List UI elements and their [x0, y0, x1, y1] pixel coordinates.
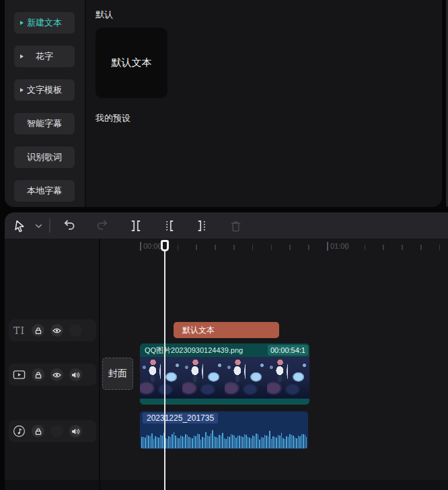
waveform-bar	[148, 436, 149, 448]
waveform-bar	[204, 438, 205, 448]
eye-icon[interactable]	[50, 324, 63, 337]
waveform-bar	[239, 436, 240, 448]
ruler-minor-tick	[178, 245, 179, 250]
default-text-preset-card[interactable]: 默认文本	[96, 28, 167, 98]
waveform-bar	[180, 436, 182, 448]
toolbar-divider	[49, 218, 50, 233]
waveform-bar	[241, 436, 242, 448]
waveform-bar	[222, 433, 223, 448]
empty-control-slot	[69, 324, 82, 337]
text-track-header: TI	[9, 319, 96, 341]
waveform-bar	[252, 436, 254, 448]
ruler-minor-tick	[215, 245, 216, 250]
caret-right-icon	[20, 88, 24, 92]
ruler-minor-tick	[159, 245, 160, 250]
waveform-bar	[209, 436, 210, 448]
waveform-bar	[170, 437, 172, 448]
lock-icon[interactable]	[32, 425, 44, 438]
waveform-bar	[303, 434, 304, 448]
waveform-bar	[261, 437, 262, 448]
music-track-icon	[13, 425, 26, 438]
waveform-bar	[235, 438, 237, 448]
sidebar-item-2[interactable]: 花字	[14, 46, 75, 67]
eye-icon[interactable]	[50, 368, 63, 381]
sidebar-item-3[interactable]: 文字模板	[14, 79, 75, 101]
waveform-bar	[188, 437, 190, 448]
waveform-bar	[225, 439, 227, 448]
split-icon	[128, 218, 143, 233]
waveform-bar	[207, 436, 209, 448]
sidebar-item-label: 识别歌词	[27, 151, 62, 163]
delete-left-button[interactable]	[161, 218, 177, 234]
sidebar-item-4[interactable]: 智能字幕	[14, 113, 75, 134]
waveform-bar	[155, 436, 156, 448]
delete-right-button[interactable]	[194, 218, 211, 234]
waveform-bar	[295, 438, 296, 448]
ruler-minor-tick	[365, 245, 366, 250]
waveform-bar	[143, 437, 145, 448]
playhead-marker[interactable]	[161, 240, 169, 251]
redo-button[interactable]	[94, 218, 110, 234]
waveform-bar	[249, 438, 250, 448]
waveform-bar	[268, 436, 269, 448]
waveform-bar	[259, 440, 260, 448]
delete-button[interactable]	[227, 218, 244, 234]
trash-icon	[229, 219, 243, 233]
audio-waveform	[141, 430, 307, 448]
track-header-divider	[99, 239, 100, 490]
video-thumbnail	[140, 357, 182, 399]
timeline-ruler[interactable]: 00:0001:00	[5, 239, 448, 256]
video-thumbnail	[225, 357, 267, 399]
waveform-bar	[158, 438, 159, 448]
waveform-bar	[141, 437, 143, 448]
waveform-bar	[285, 439, 286, 448]
default-text-preset-label: 默认文本	[112, 56, 152, 69]
waveform-bar	[195, 436, 196, 448]
speaker-icon[interactable]	[69, 425, 82, 438]
waveform-bar	[221, 436, 222, 448]
waveform-bar	[274, 437, 276, 448]
video-clip[interactable]: QQ图片20230930124439.png 00:00:54:1	[140, 343, 309, 405]
waveform-bar	[172, 434, 173, 448]
waveform-bar	[178, 438, 180, 448]
waveform-bar	[279, 436, 281, 448]
lock-icon[interactable]	[32, 324, 44, 337]
delete-right-icon	[195, 218, 210, 233]
redo-icon	[95, 218, 110, 233]
waveform-bar	[202, 437, 203, 448]
text-track-icon: TI	[13, 324, 26, 337]
cover-button[interactable]: 封面	[102, 358, 133, 390]
waveform-bar	[214, 436, 215, 448]
waveform-bar	[248, 437, 249, 448]
video-thumbnail	[267, 357, 309, 399]
waveform-bar	[182, 436, 183, 448]
select-tool-dropdown-button[interactable]	[30, 218, 46, 234]
undo-button[interactable]	[61, 218, 77, 234]
sidebar-item-1[interactable]: 新建文本	[14, 12, 75, 34]
waveform-bar	[174, 432, 175, 448]
waveform-bar	[293, 436, 294, 448]
waveform-bar	[167, 439, 168, 448]
waveform-bar	[271, 439, 272, 448]
waveform-bar	[227, 436, 229, 448]
waveform-bar	[299, 436, 301, 448]
waveform-bar	[269, 431, 270, 448]
waveform-bar	[168, 436, 170, 448]
waveform-bar	[237, 436, 239, 448]
lock-icon[interactable]	[32, 368, 44, 381]
text-clip[interactable]: 默认文本	[174, 322, 279, 338]
video-track-header	[9, 364, 96, 386]
waveform-bar	[276, 438, 277, 448]
chevron-down-icon	[35, 224, 42, 229]
timeline-panel: 00:0001:00 TI	[5, 212, 448, 490]
ruler-minor-tick	[402, 245, 403, 250]
sidebar-item-6[interactable]: 本地字幕	[14, 180, 75, 202]
sidebar-item-5[interactable]: 识别歌词	[14, 147, 75, 168]
audio-clip-name: 20231225_201735	[143, 413, 218, 423]
split-button[interactable]	[128, 218, 144, 234]
speaker-icon[interactable]	[69, 368, 82, 381]
ruler-minor-tick	[233, 245, 235, 250]
waveform-bar	[251, 438, 252, 448]
text-panel-sidebar: 新建文本花字文字模板智能字幕识别歌词本地字幕	[5, 0, 86, 207]
select-tool-button[interactable]	[11, 218, 28, 234]
